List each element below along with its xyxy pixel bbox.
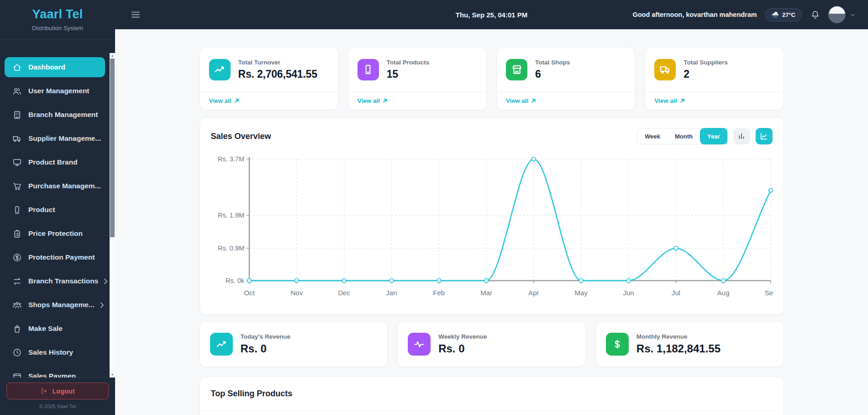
sidebar-item-branch-management[interactable]: Branch Management [5, 105, 105, 125]
revenue-card-monthly: Monthly Revenue Rs. 1,182,841.55 [595, 321, 784, 367]
sidebar-item-label: Sales History [28, 348, 73, 356]
topbar-right: Good afternoon, kovarthan mahendram 🌧️ 2… [632, 6, 856, 23]
svg-text:Apr: Apr [528, 289, 539, 297]
line-chart-icon [759, 132, 768, 141]
weather-badge: 🌧️ 27°C [765, 8, 802, 21]
sidebar-item-shops-management[interactable]: Shops Manageme... [5, 295, 105, 315]
view-all-suppliers-link[interactable]: View all [654, 97, 684, 104]
revenue-label: Today's Revenue [241, 333, 291, 340]
revenue-card-weekly: Weekly Revenue Rs. 0 [397, 321, 586, 367]
sidebar-item-label: Make Sale [28, 325, 63, 333]
stats-row: Total Turnover Rs. 2,706,541.55 View all… [200, 47, 784, 110]
view-all-shops-link[interactable]: View all [506, 97, 536, 104]
scrollbar-thumb[interactable] [110, 59, 115, 237]
bell-icon [810, 10, 821, 20]
cart-icon [12, 181, 22, 191]
range-week-button[interactable]: Week [637, 128, 668, 144]
svg-text:Rs. 1.9M: Rs. 1.9M [217, 212, 244, 219]
transfer-icon [12, 277, 22, 286]
scroll-down-icon[interactable]: ▼ [110, 372, 115, 378]
store-icon [511, 64, 523, 75]
sales-line-chart: Rs. 3.7MRs. 1.9MRs. 0.9MRs. 0kOctNovDecJ… [211, 152, 773, 305]
bar-chart-icon [737, 132, 746, 141]
svg-text:Jul: Jul [671, 289, 680, 297]
users-icon [12, 86, 22, 96]
scroll-up-icon[interactable]: ▲ [110, 53, 115, 59]
svg-text:Rs. 0k: Rs. 0k [225, 277, 244, 284]
range-month-button[interactable]: Month [668, 128, 700, 144]
svg-text:Dec: Dec [338, 289, 350, 297]
view-all-products-link[interactable]: View all [358, 97, 388, 104]
sidebar-item-label: Dashboard [28, 63, 65, 71]
sidebar-item-make-sale[interactable]: Make Sale [5, 319, 105, 339]
menu-icon [130, 9, 141, 20]
arrow-up-right-icon [680, 98, 685, 103]
chevron-right-icon [101, 277, 110, 286]
temperature-value: 27°C [782, 11, 795, 18]
chevron-down-icon [849, 11, 856, 18]
chart-controls: Week Month Year [637, 128, 772, 144]
stat-card-total-shops: Total Shops 6 View all [496, 47, 635, 110]
stat-label: Total Shops [535, 59, 570, 66]
svg-text:May: May [574, 289, 588, 297]
building-icon [12, 110, 22, 120]
svg-text:Rs. 3.7M: Rs. 3.7M [217, 155, 244, 163]
sidebar-item-sales-payment[interactable]: Sales Paymen... [5, 366, 105, 378]
revenue-card-today: Today's Revenue Rs. 0 [200, 321, 388, 367]
logout-icon [40, 387, 48, 395]
sidebar-item-protection-payment[interactable]: Protection Payment [5, 247, 105, 267]
dollar-circle-icon [12, 253, 22, 262]
divider [200, 410, 784, 411]
avatar[interactable] [828, 6, 846, 23]
sidebar-item-sales-history[interactable]: Sales History [5, 342, 105, 362]
sidebar-item-product-brand[interactable]: Product Brand [5, 152, 105, 172]
people-icon [12, 300, 22, 310]
app-subtitle: Distribution System [0, 25, 115, 32]
range-segmented-control: Week Month Year [637, 128, 727, 144]
clock-icon [12, 348, 22, 357]
sidebar-toggle-button[interactable] [130, 9, 141, 20]
sidebar-item-dashboard[interactable]: Dashboard [5, 57, 105, 77]
view-all-turnover-link[interactable]: View all [209, 97, 239, 104]
notifications-button[interactable] [810, 10, 821, 20]
sidebar-item-label: Supplier Manageme... [28, 134, 101, 143]
brand: Yaarl Tel Distribution System [0, 0, 115, 32]
topbar: Thu, Sep 25, 04:01 PM Good afternoon, ko… [115, 0, 868, 29]
sales-overview-card: Sales Overview Week Month Year Rs. 3.7MR… [200, 117, 784, 315]
bag-icon [12, 324, 22, 334]
weather-icon: 🌧️ [772, 11, 779, 18]
home-icon [12, 63, 22, 72]
sidebar-item-user-management[interactable]: User Management [5, 81, 105, 101]
smartphone-icon [362, 64, 374, 75]
logout-button[interactable]: Logout [6, 383, 109, 399]
sidebar-item-label: Sales Paymen... [28, 372, 82, 378]
stat-label: Total Turnover [238, 59, 317, 66]
monitor-icon [12, 158, 22, 167]
range-year-button[interactable]: Year [700, 128, 727, 144]
greeting-text: Good afternoon, kovarthan mahendram [632, 11, 757, 18]
svg-text:Sep: Sep [764, 289, 773, 297]
sidebar-item-price-protection[interactable]: Price Protection [5, 223, 105, 244]
clipboard-icon [12, 229, 22, 239]
sidebar-scrollbar[interactable]: ▲ ▼ [110, 53, 115, 378]
sidebar-item-label: Product [28, 206, 55, 214]
sidebar-item-label: Branch Management [28, 111, 98, 119]
sidebar-divider [0, 39, 115, 40]
stat-value: Rs. 2,706,541.55 [238, 68, 317, 80]
svg-text:Oct: Oct [244, 289, 255, 297]
sidebar-item-branch-transactions[interactable]: Branch Transactions [5, 271, 105, 291]
sidebar-item-purchase-management[interactable]: Purchase Managem... [5, 176, 105, 196]
stat-value: 2 [684, 68, 728, 80]
activity-icon [413, 338, 425, 350]
line-chart-toggle-button[interactable] [756, 128, 773, 144]
bar-chart-toggle-button[interactable] [733, 128, 750, 144]
sidebar-item-supplier-management[interactable]: Supplier Manageme... [5, 128, 105, 149]
card-icon [12, 372, 22, 378]
svg-text:Jan: Jan [386, 289, 397, 297]
sidebar-item-product[interactable]: Product [5, 200, 105, 220]
user-menu[interactable] [828, 6, 856, 23]
sidebar-item-label: Purchase Managem... [28, 182, 101, 190]
sidebar-item-label: Price Protection [28, 229, 83, 238]
stat-label: Total Products [387, 59, 430, 66]
top-selling-title: Top Selling Products [211, 389, 773, 399]
